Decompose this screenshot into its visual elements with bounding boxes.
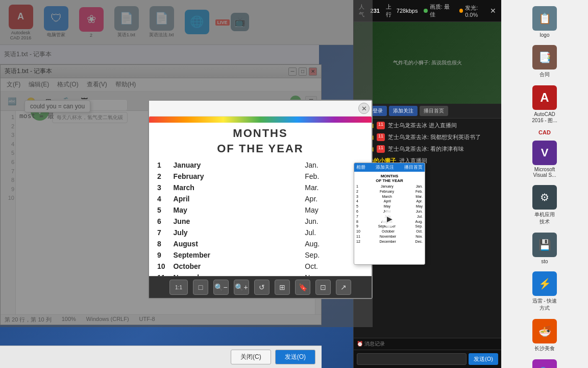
thumb-month-row: 2FebruaryFeb. <box>355 189 424 194</box>
ptb-frame[interactable]: □ <box>193 280 208 295</box>
ptb-multi[interactable]: ⊡ <box>315 280 331 295</box>
month-row: 10 October Oct. <box>153 261 368 272</box>
month-name: September <box>169 249 301 261</box>
food-icon-label: 长沙美食 <box>534 345 555 352</box>
chat-text: 芝士乌龙茶去冰 进入直播间 <box>388 122 498 129</box>
stream-action-row: 注册/登录 添加关注 播目首页 <box>354 104 501 119</box>
thumb-abbr: Aug. <box>415 219 423 224</box>
vs-icon-label: MicrosoftVisual S... <box>533 167 556 178</box>
download-icon-label: 迅雷 - 快速方式 <box>532 297 557 312</box>
popup-close-btn[interactable]: ✕ <box>358 103 370 114</box>
thumb-abbr: Oct. <box>416 229 423 234</box>
chat-message: 小紫仙 11 芝士乌龙茶去冰: 我都想安利英语书了 <box>357 133 498 141</box>
thumb-name: February <box>380 189 394 194</box>
contract-icon: 📑 <box>532 45 557 70</box>
thumb-months-title: MONTHSOF THE YEAR <box>355 174 424 183</box>
thumb-abbr: Apr. <box>416 199 423 204</box>
thumb-num: 7 <box>356 214 358 219</box>
month-name: July <box>169 227 301 238</box>
month-abbr: Nov. <box>301 272 368 276</box>
thumb-abbr: Sep. <box>415 224 423 229</box>
icon-autocad[interactable]: A AutoCAD2016 - 图... <box>526 83 564 126</box>
thumb-month-row: 4AprilApr. <box>355 199 424 204</box>
upload-label: 上行 <box>386 3 395 18</box>
autocad-icon: A <box>532 85 557 110</box>
stat-quality1: 画质: 最佳 <box>424 3 453 18</box>
ptb-grid[interactable]: ⊞ <box>275 280 290 295</box>
autocad-icon-label: AutoCAD2016 - 图... <box>532 111 557 124</box>
chat-text: 芝士乌龙茶去冰: 我都想安利英语书了 <box>388 133 498 141</box>
month-name: January <box>169 159 301 171</box>
chat-message: 小紫仙 11 芝士乌龙茶去冰: 看的津津有味 <box>357 145 498 153</box>
download-icon: ⚡ <box>532 271 557 296</box>
icon-anime[interactable]: 🎭 <box>526 357 564 368</box>
stream-bottom-bar: ⏰ 消息记录 <box>354 338 501 350</box>
streamer-msg: 气炸毛的小狮子: 虽说我也很火 <box>390 56 465 70</box>
thumb-num: 10 <box>356 229 360 234</box>
thumb-tab1: 相册 <box>356 164 365 171</box>
ptb-ratio[interactable]: 1:1 <box>169 280 188 295</box>
thumb-abbr: Dec. <box>415 239 423 244</box>
ptb-zoom-out[interactable]: 🔍− <box>213 280 229 295</box>
close-dialog-btn[interactable]: 关闭(C) <box>231 350 271 364</box>
month-name: August <box>169 238 301 249</box>
color-strip <box>149 117 372 123</box>
ptb-zoom-in[interactable]: 🔍+ <box>234 280 249 295</box>
ptb-bookmark[interactable]: 🔖 <box>295 280 310 295</box>
month-num: 1 <box>153 159 169 171</box>
thumb-num: 6 <box>356 209 358 214</box>
stream-close-btn[interactable]: ✕ <box>490 7 496 15</box>
thumb-num: 1 <box>356 184 358 189</box>
stream-header: 人气 231 上行 728kbps 画质: 最佳 发光: 0.0% ✕ <box>354 0 501 22</box>
month-name: March <box>169 182 301 193</box>
ptb-share[interactable]: ↗ <box>336 280 351 295</box>
thumb-month-row: 10OctoberOct. <box>355 229 424 234</box>
popup-header: ✕ <box>149 101 372 117</box>
icon-logo[interactable]: 📋 logo <box>526 4 564 40</box>
month-row: 6 June Jun. <box>153 216 368 227</box>
months-title-line1: MONTHS <box>153 127 368 140</box>
chat-send-btn[interactable]: 发送(O) <box>469 353 498 365</box>
month-row: 2 February Feb. <box>153 171 368 182</box>
months-popup: ✕ MONTHS OF THE YEAR 1 January Jan. 2 Fe… <box>148 100 373 299</box>
month-name: June <box>169 216 301 227</box>
month-row: 5 May May <box>153 204 368 216</box>
stream-btn-home[interactable]: 播目首页 <box>420 106 448 116</box>
thumb-popup: 相册 添加关注 播目首页 MONTHSOF THE YEAR 1JanuaryJ… <box>354 163 425 265</box>
month-num: 5 <box>153 204 169 216</box>
icon-single[interactable]: ⚙ 单机应用技术 <box>526 183 564 227</box>
thumb-num: 5 <box>356 204 358 209</box>
stream-stats: 人气 231 上行 728kbps 画质: 最佳 发光: 0.0% <box>359 3 490 18</box>
month-name: April <box>169 193 301 204</box>
month-row: 4 April Apr. <box>153 193 368 204</box>
stream-btn-follow[interactable]: 添加关注 <box>389 106 418 116</box>
month-name: February <box>169 171 301 182</box>
thumb-play-btn[interactable]: ▶ <box>381 211 398 227</box>
icon-download[interactable]: ⚡ 迅雷 - 快速方式 <box>526 269 564 314</box>
month-row: 11 November Nov. <box>153 272 368 276</box>
chat-badge: 11 <box>377 133 385 141</box>
quality2-value: 发光: 0.0% <box>465 4 490 18</box>
month-num: 3 <box>153 182 169 193</box>
chat-input-area: 发送(O) <box>354 350 501 368</box>
month-num: 8 <box>153 238 169 249</box>
icon-food[interactable]: 🍜 长沙美食 <box>526 317 564 354</box>
month-num: 2 <box>153 171 169 182</box>
single-icon-label: 单机应用技术 <box>534 211 555 225</box>
month-name: November <box>169 272 301 276</box>
icon-vs[interactable]: V MicrosoftVisual S... <box>526 139 564 180</box>
ptb-rotate[interactable]: ↺ <box>254 280 270 295</box>
thumb-content: MONTHSOF THE YEAR 1JanuaryJan.2FebruaryF… <box>354 172 425 245</box>
anime-icon: 🎭 <box>532 359 557 368</box>
icon-storage[interactable]: 💾 sto <box>526 231 564 266</box>
month-row: 9 September Sep. <box>153 249 368 261</box>
thumb-month-row: 5MayMay <box>355 204 424 209</box>
icon-contract[interactable]: 📑 合同 <box>526 43 564 80</box>
chat-input[interactable] <box>357 353 467 365</box>
send-dialog-btn[interactable]: 发送(O) <box>275 350 315 364</box>
thumb-name: November <box>380 234 396 239</box>
month-num: 10 <box>153 261 169 272</box>
month-num: 9 <box>153 249 169 261</box>
month-row: 1 January Jan. <box>153 159 368 171</box>
thumb-name: December <box>380 239 396 244</box>
